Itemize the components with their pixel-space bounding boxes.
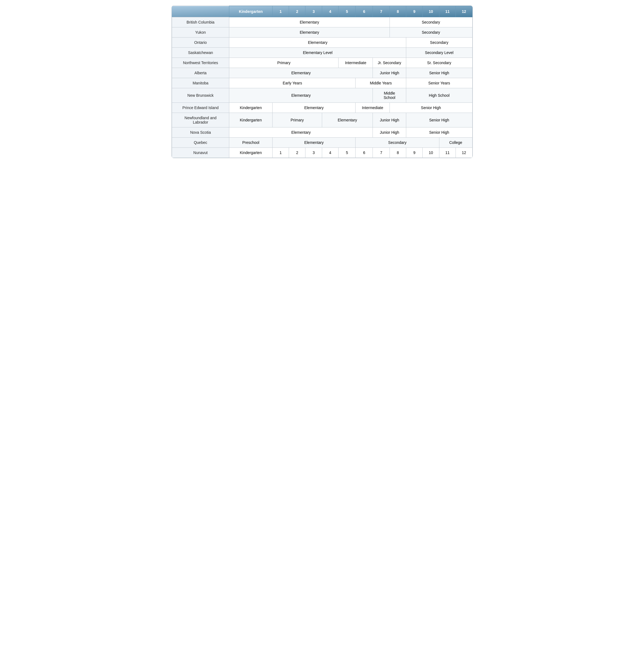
level-cell-nunavut-kg: Kindergarten <box>229 148 272 158</box>
level-cell-middle-years: Middle Years <box>356 78 406 88</box>
table-row: NunavutKindergarten123456789101112 <box>172 148 472 158</box>
level-cell-junior-high: Junior High <box>373 127 406 138</box>
level-cell-intermediate: Intermediate <box>356 103 389 113</box>
level-cell-jr-secondary: Jr. Secondary <box>373 58 406 68</box>
table-row: Newfoundland andLabradorKindergartenPrim… <box>172 113 472 127</box>
level-cell-nunavut-grade: 9 <box>406 148 423 158</box>
table-row: SaskatchewanElementary LevelSecondary Le… <box>172 48 472 58</box>
grade-header-7: 7 <box>373 6 389 17</box>
level-cell-nunavut-grade: 2 <box>289 148 306 158</box>
level-cell-nunavut-grade: 4 <box>322 148 338 158</box>
level-cell-junior-high: Junior High <box>373 113 406 127</box>
province-cell: Manitoba <box>172 78 229 88</box>
level-cell-elementary: Elementary <box>229 17 389 28</box>
level-cell-high-school: High School <box>406 88 472 103</box>
level-cell-secondary: Secondary <box>389 17 472 28</box>
province-cell: Ontario <box>172 38 229 48</box>
grade-header-2: 2 <box>289 6 306 17</box>
province-cell: British Columbia <box>172 17 229 28</box>
level-cell-senior-high: Senior High <box>389 103 472 113</box>
level-cell-nunavut-grade: 12 <box>456 148 472 158</box>
province-cell: Saskatchewan <box>172 48 229 58</box>
level-cell-elementary: Elementary <box>229 38 406 48</box>
grade-header-6: 6 <box>356 6 373 17</box>
level-cell-intermediate: Intermediate <box>338 58 373 68</box>
level-cell-nunavut-grade: 6 <box>356 148 373 158</box>
province-cell: Nova Scotia <box>172 127 229 138</box>
table-row: ManitobaEarly YearsMiddle YearsSenior Ye… <box>172 78 472 88</box>
level-cell-middle-school: MiddleSchool <box>373 88 406 103</box>
level-cell-nunavut-grade: 10 <box>423 148 439 158</box>
level-cell-senior-years: Senior Years <box>406 78 472 88</box>
level-cell-senior-high: Senior High <box>406 113 472 127</box>
grade-header-4: 4 <box>322 6 338 17</box>
level-cell-nunavut-grade: 1 <box>272 148 289 158</box>
level-cell-senior-high: Senior High <box>406 127 472 138</box>
grade-header-5: 5 <box>338 6 356 17</box>
table-row: Prince Edward IslandKindergartenElementa… <box>172 103 472 113</box>
grade-header-3: 3 <box>306 6 322 17</box>
level-cell-secondary: Secondary Level <box>406 48 472 58</box>
kindergarten-header: Kindergarten <box>229 6 272 17</box>
level-cell-secondary: Secondary <box>406 38 472 48</box>
level-cell-nunavut-grade: 7 <box>373 148 389 158</box>
grade-header-1: 1 <box>272 6 289 17</box>
level-cell-elementary: Elementary <box>322 113 373 127</box>
table-row: British ColumbiaElementarySecondary <box>172 17 472 28</box>
level-cell-kindergarten: Kindergarten <box>229 103 272 113</box>
grade-header-12: 12 <box>456 6 472 17</box>
school-levels-table: Kindergarten123456789101112 British Colu… <box>172 5 473 158</box>
level-cell-junior-high: Junior High <box>373 68 406 78</box>
table-row: OntarioElementarySecondary <box>172 38 472 48</box>
province-cell: Newfoundland andLabrador <box>172 113 229 127</box>
table-row: AlbertaElementaryJunior HighSenior High <box>172 68 472 78</box>
grade-header-11: 11 <box>439 6 456 17</box>
grade-header-10: 10 <box>423 6 439 17</box>
level-cell-secondary: Secondary <box>356 138 439 148</box>
level-cell-primary: Primary <box>229 58 338 68</box>
level-cell-senior-high: Senior High <box>406 68 472 78</box>
province-column-header <box>172 6 229 17</box>
level-cell-preschool: Preschool <box>229 138 272 148</box>
grade-header-9: 9 <box>406 6 423 17</box>
level-cell-secondary: Secondary <box>389 28 472 38</box>
province-cell: Prince Edward Island <box>172 103 229 113</box>
table-row: Nova ScotiaElementaryJunior HighSenior H… <box>172 127 472 138</box>
province-cell: Yukon <box>172 28 229 38</box>
level-cell-nunavut-grade: 11 <box>439 148 456 158</box>
level-cell-nunavut-grade: 8 <box>389 148 406 158</box>
table-row: New BrunswickElementaryMiddleSchoolHigh … <box>172 88 472 103</box>
level-cell-nunavut-grade: 5 <box>338 148 356 158</box>
table-row: YukonElementarySecondary <box>172 28 472 38</box>
level-cell-nunavut-grade: 3 <box>306 148 322 158</box>
province-cell: Alberta <box>172 68 229 78</box>
level-cell-college: College <box>439 138 472 148</box>
level-cell-elementary: Elementary <box>272 103 356 113</box>
province-cell: Nunavut <box>172 148 229 158</box>
table-row: QuebecPreschoolElementarySecondaryColleg… <box>172 138 472 148</box>
level-cell-primary: Primary <box>272 113 322 127</box>
level-cell-elementary: Elementary Level <box>229 48 406 58</box>
level-cell-early-years: Early Years <box>229 78 356 88</box>
level-cell-elementary: Elementary <box>229 127 373 138</box>
level-cell-elementary: Elementary <box>272 138 356 148</box>
grade-header-8: 8 <box>389 6 406 17</box>
level-cell-elementary: Elementary <box>229 88 373 103</box>
province-cell: New Brunswick <box>172 88 229 103</box>
province-cell: Quebec <box>172 138 229 148</box>
level-cell-kindergarten: Kindergarten <box>229 113 272 127</box>
level-cell-elementary: Elementary <box>229 68 373 78</box>
table-row: Northwest TerritoriesPrimaryIntermediate… <box>172 58 472 68</box>
level-cell-elementary: Elementary <box>229 28 389 38</box>
level-cell-sr-secondary: Sr. Secondary <box>406 58 472 68</box>
province-cell: Northwest Territories <box>172 58 229 68</box>
